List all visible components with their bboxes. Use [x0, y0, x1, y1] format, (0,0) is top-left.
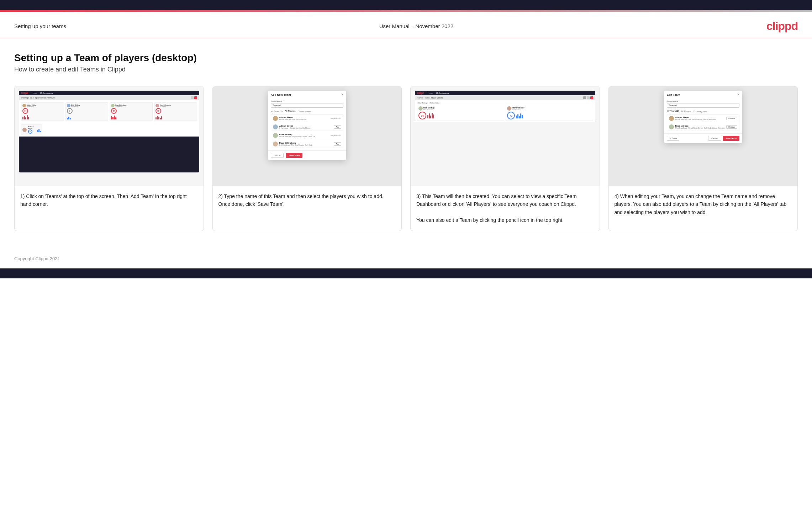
- team-name-input[interactable]: Team A: [271, 103, 343, 108]
- copyright: Copyright Clippd 2021: [14, 256, 60, 261]
- edit-player-avatar-2: [669, 124, 674, 129]
- card-3-para2: You can also edit a Team by clicking the…: [416, 216, 594, 224]
- card-1-screenshot: clippd Home My Performance Showing 8 out…: [15, 86, 204, 186]
- add-player-button[interactable]: Add: [334, 125, 341, 129]
- mock-nav-home: Home: [32, 92, 37, 94]
- filter-label: ☐ Filter by name: [298, 110, 312, 113]
- trash-icon: 🗑: [669, 137, 671, 139]
- edit-my-team-tab[interactable]: My Team (2): [667, 110, 679, 113]
- all-players-tab[interactable]: All Players: [285, 110, 296, 113]
- player-club: Plus Handicap · Royal North Devon Golf C…: [279, 135, 331, 138]
- logo: clippd: [766, 20, 798, 33]
- player-avatar: [273, 116, 278, 121]
- page-title: Setting up a Team of players (desktop): [14, 52, 798, 64]
- edit-modal-title: Edit Team: [667, 93, 680, 96]
- modal-title: Add New Team: [271, 93, 291, 96]
- main-content: Setting up a Team of players (desktop) H…: [0, 38, 812, 252]
- card-1: clippd Home My Performance Showing 8 out…: [14, 86, 204, 231]
- player-club: 3.5 Handicap · The Dog Maging Golf Club: [279, 144, 334, 146]
- mock-logo-1: clippd: [21, 92, 28, 94]
- player-added-label: Player Added: [331, 134, 341, 137]
- my-team-tab[interactable]: My Team (2): [271, 110, 283, 113]
- modal-cancel-button[interactable]: Cancel: [271, 153, 284, 158]
- page-subtitle: How to create and edit Teams in Clippd: [14, 66, 798, 73]
- player-row: Adrian Player Plus Handicap · The Shire …: [271, 115, 343, 122]
- delete-team-button[interactable]: 🗑 Delete: [667, 136, 679, 141]
- player-info: Blair McHarg Plus Handicap · Royal North…: [279, 133, 331, 138]
- card-4: Edit Team × Team Name * Team A My Team (…: [608, 86, 798, 231]
- header: Setting up your teams User Manual – Nove…: [0, 12, 812, 38]
- top-bar: [0, 0, 812, 10]
- player-list: Adrian Player Plus Handicap · The Shire …: [271, 114, 343, 148]
- player-info: Adrian Coliba 1 Handicap · Central Londo…: [279, 125, 334, 129]
- card-3-text: 3) This Team will then be created. You c…: [411, 186, 600, 231]
- footer: Copyright Clippd 2021: [0, 252, 812, 268]
- edit-player-row-2: Blair McHarg Plus Handicap · Royal North…: [667, 123, 739, 131]
- card-3: clippd Home My Performance Players Teams…: [410, 86, 600, 231]
- edit-team-name-input[interactable]: Team A: [667, 103, 739, 108]
- mock-logo-3: clippd: [417, 92, 425, 94]
- player-avatar: [273, 133, 278, 138]
- edit-all-players-tab[interactable]: All Players: [681, 110, 691, 113]
- card-3-screenshot: clippd Home My Performance Players Teams…: [411, 86, 600, 186]
- edit-player-row-1: Adrian Player Plus Handicap · The Shire …: [667, 115, 739, 122]
- bottom-bar: [0, 268, 812, 278]
- card-2: Add New Team × Team Name * Team A My Tea…: [212, 86, 402, 231]
- card-1-text: 1) Click on 'Teams' at the top of the sc…: [15, 186, 204, 231]
- card-2-screenshot: Add New Team × Team Name * Team A My Tea…: [213, 86, 402, 186]
- edit-filter-label: ☐ Filter by name: [693, 110, 707, 113]
- player-row: Blair McHarg Plus Handicap · Royal North…: [271, 132, 343, 139]
- manual-title: User Manual – November 2022: [379, 23, 453, 29]
- team-name-label: Team Name *: [271, 100, 343, 102]
- card-3-para1: 3) This Team will then be created. You c…: [416, 192, 594, 208]
- edit-team-modal: Edit Team × Team Name * Team A My Team (…: [664, 91, 742, 143]
- edit-player-info-1: Adrian Player Plus Handicap · The Shire …: [675, 116, 726, 121]
- player-info: Adrian Player Plus Handicap · The Shire …: [279, 116, 331, 121]
- modal-save-button[interactable]: Save Team: [286, 153, 302, 158]
- edit-player-avatar-1: [669, 116, 674, 121]
- player-info: Dave Billingham 3.5 Handicap · The Dog M…: [279, 142, 334, 146]
- section-label: Setting up your teams: [14, 23, 66, 29]
- edit-modal-save-button[interactable]: Save Team: [723, 136, 739, 141]
- edit-modal-cancel-button[interactable]: Cancel: [708, 136, 721, 141]
- modal-close-icon[interactable]: ×: [341, 93, 343, 96]
- edit-modal-close-icon[interactable]: ×: [737, 93, 739, 96]
- player-avatar: [273, 142, 278, 146]
- mock-nav-teams-3: My Performance: [436, 92, 449, 94]
- add-player-button[interactable]: Add: [334, 142, 341, 146]
- edit-player-club-2: Plus Handicap · Royal North Devon Golf C…: [675, 127, 726, 129]
- card-2-text: 2) Type the name of this Team and then s…: [213, 186, 402, 231]
- remove-player-2-button[interactable]: Remove: [726, 125, 737, 129]
- card-4-screenshot: Edit Team × Team Name * Team A My Team (…: [609, 86, 798, 186]
- player-row: Adrian Coliba 1 Handicap · Central Londo…: [271, 123, 343, 131]
- edit-player-info-2: Blair McHarg Plus Handicap · Royal North…: [675, 125, 726, 129]
- edit-team-name-label: Team Name *: [667, 100, 739, 102]
- player-added-label: Player Added: [331, 117, 341, 119]
- card-4-text: 4) When editing your Team, you can chang…: [609, 186, 798, 231]
- mock-nav-teams: My Performance: [40, 92, 53, 94]
- player-avatar: [273, 124, 278, 129]
- player-row: Dave Billingham 3.5 Handicap · The Dog M…: [271, 140, 343, 148]
- remove-player-1-button[interactable]: Remove: [726, 117, 737, 120]
- player-club: Plus Handicap · The Shire London: [279, 118, 331, 121]
- mock-nav-home-3: Home: [428, 92, 433, 94]
- add-team-modal: Add New Team × Team Name * Team A My Tea…: [268, 91, 346, 160]
- cards-row: clippd Home My Performance Showing 8 out…: [14, 86, 798, 231]
- player-club: 1 Handicap · Central London Golf Centre: [279, 127, 334, 129]
- edit-player-list: Adrian Player Plus Handicap · The Shire …: [667, 114, 739, 131]
- edit-player-club-1: Plus Handicap · The Shire London, United…: [675, 118, 726, 121]
